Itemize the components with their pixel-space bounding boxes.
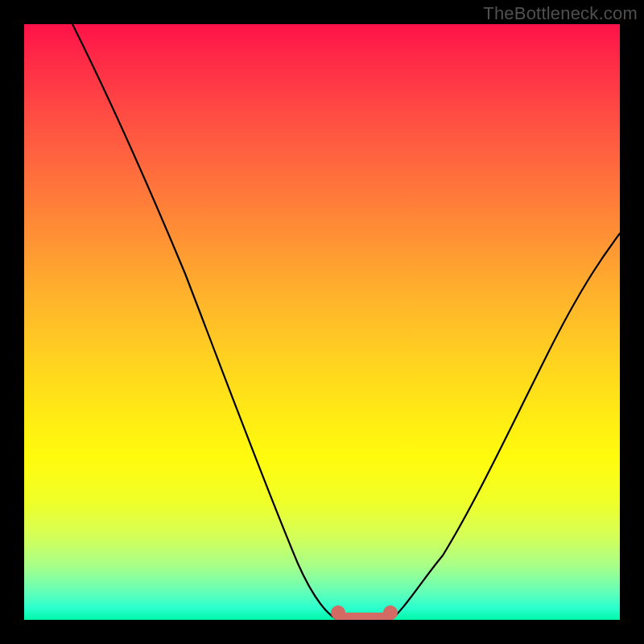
curve-right-branch [390, 233, 620, 620]
valley-dot-left [331, 605, 345, 620]
chart-frame: TheBottleneck.com [0, 0, 644, 644]
curve-left-branch [72, 24, 338, 620]
valley-dot-right [383, 605, 398, 620]
plot-area [24, 24, 620, 620]
bottleneck-curve [24, 24, 620, 620]
watermark-text: TheBottleneck.com [483, 3, 638, 24]
